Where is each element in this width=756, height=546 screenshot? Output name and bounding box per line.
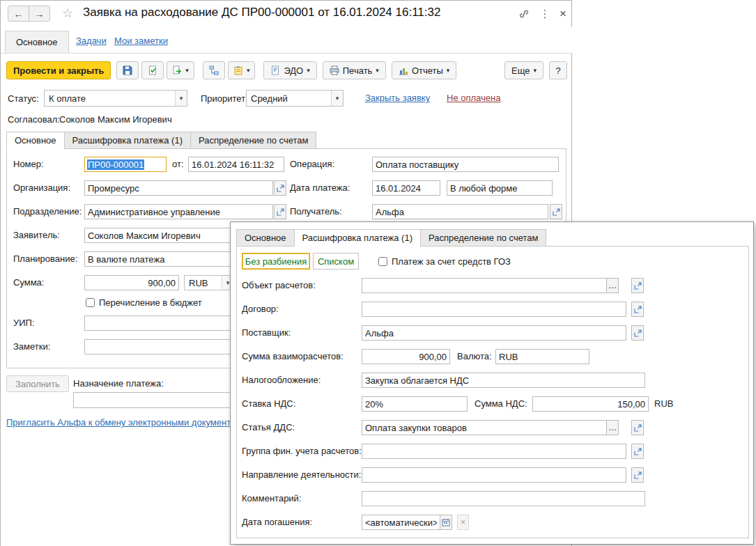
open-icon — [634, 471, 642, 479]
recipient-open-button[interactable] — [550, 204, 562, 219]
attached-files-button[interactable]: ▾ — [228, 61, 256, 79]
detail-tab-main[interactable]: Основное — [236, 229, 295, 247]
forward-button[interactable]: → — [29, 6, 50, 22]
settlement-object-open-button[interactable] — [631, 278, 644, 293]
detail-tabstrip: Основное Расшифровка платежа (1) Распред… — [236, 229, 546, 247]
cashflow-field[interactable] — [362, 420, 607, 435]
payment-details-window: Основное Расшифровка платежа (1) Распред… — [230, 221, 754, 545]
supplier-open-button[interactable] — [631, 325, 644, 341]
nav-link-tasks[interactable]: Задачи — [76, 36, 107, 46]
payment-date-field[interactable] — [372, 180, 440, 196]
detail-tab-payment-details[interactable]: Расшифровка платежа (1) — [294, 229, 421, 247]
more-actions-button[interactable]: Еще ▾ — [504, 61, 543, 79]
chevron-down-icon[interactable]: ▾ — [331, 91, 343, 106]
navigation-row: Основное Задачи Мои заметки — [1, 27, 573, 54]
payment-state-link[interactable]: Не оплачена — [447, 93, 500, 103]
chevron-down-icon: ▾ — [533, 67, 537, 74]
edo-button[interactable]: ЭДО ▾ — [263, 61, 316, 79]
chevron-down-icon[interactable]: ▾ — [175, 91, 187, 106]
post-button[interactable] — [141, 61, 164, 79]
goz-checkbox[interactable] — [378, 257, 387, 266]
contract-field[interactable] — [362, 302, 626, 317]
fin-group-open-button[interactable] — [631, 444, 644, 459]
create-based-on-button[interactable]: ▾ — [167, 61, 194, 79]
save-button[interactable] — [116, 61, 139, 79]
vat-amount-field[interactable] — [532, 396, 649, 412]
amount-label: Сумма: — [13, 275, 44, 290]
no-split-toggle[interactable]: Без разбиения — [242, 253, 310, 270]
recipient-label: Получатель: — [290, 204, 342, 219]
print-label: Печать — [343, 65, 373, 76]
post-document-icon — [148, 65, 157, 75]
copy-link-icon[interactable] — [516, 6, 532, 22]
reports-button[interactable]: Отчеты ▾ — [392, 61, 456, 79]
close-request-link[interactable]: Закрыть заявку — [365, 93, 430, 103]
nav-tab-main[interactable]: Основное — [5, 31, 69, 53]
due-date-calendar-button[interactable] — [440, 515, 452, 530]
contract-open-button[interactable] — [631, 302, 644, 317]
payment-form-field[interactable] — [447, 180, 553, 196]
contract-label: Договор: — [242, 302, 279, 317]
settlement-amount-field[interactable] — [362, 349, 450, 364]
taxation-field[interactable] — [362, 373, 645, 388]
print-button[interactable]: Печать ▾ — [323, 61, 386, 79]
link-icon — [518, 8, 530, 20]
recipient-field[interactable] — [372, 204, 548, 219]
cashflow-choose-button[interactable]: … — [606, 420, 619, 435]
tab-accounts[interactable]: Распределение по счетам — [190, 132, 316, 149]
comment-field[interactable] — [362, 491, 645, 506]
toolbar: Провести и закрыть ▾ — [6, 61, 567, 80]
tab-main[interactable]: Основное — [6, 132, 65, 149]
fin-group-field[interactable] — [362, 444, 626, 459]
document-datetime-field[interactable] — [188, 157, 284, 172]
organization-open-button[interactable] — [274, 180, 286, 196]
due-date-field[interactable] — [362, 515, 440, 530]
edo-invite-link[interactable]: Пригласить Альфа к обмену электронными д… — [6, 417, 231, 428]
settlement-object-field[interactable] — [362, 278, 607, 293]
open-icon — [277, 185, 284, 192]
settlement-object-choose-button[interactable]: … — [606, 278, 619, 293]
activity-field[interactable] — [362, 467, 626, 483]
department-open-button[interactable] — [274, 204, 286, 219]
printer-icon — [330, 65, 339, 75]
post-and-close-button[interactable]: Провести и закрыть — [6, 61, 111, 79]
settlement-object-label: Объект расчетов: — [242, 278, 316, 293]
detail-currency-field[interactable] — [495, 349, 589, 364]
status-combobox[interactable]: К оплате ▾ — [44, 90, 187, 107]
close-icon[interactable]: × — [555, 6, 571, 22]
detail-tab-accounts[interactable]: Распределение по счетам — [420, 229, 546, 247]
budget-transfer-checkbox[interactable] — [86, 298, 95, 307]
more-menu-icon[interactable]: ⋮ — [537, 6, 553, 22]
number-value: ПР00-000001 — [87, 159, 144, 170]
goz-label: Платеж за счет средств ГОЗ — [392, 254, 511, 270]
amount-field[interactable] — [84, 275, 179, 290]
uip-label: УИП: — [13, 315, 35, 331]
organization-field[interactable] — [84, 180, 273, 196]
subordination-structure-button[interactable] — [203, 61, 225, 79]
tab-payment-details[interactable]: Расшифровка платежа (1) — [64, 132, 191, 149]
number-field[interactable]: ПР00-000001 — [84, 157, 167, 172]
payment-date-label: Дата платежа: — [290, 180, 350, 196]
supplier-field[interactable] — [362, 325, 626, 341]
from-label: от: — [172, 157, 184, 172]
nav-link-my-notes[interactable]: Мои заметки — [114, 36, 168, 46]
purpose-label: Назначение платежа: — [73, 376, 164, 391]
settlement-amount-label: Сумма взаиморасчетов: — [242, 349, 344, 364]
back-button[interactable]: ← — [8, 6, 29, 22]
activity-open-button[interactable] — [631, 467, 644, 483]
due-date-clear-button[interactable]: × — [457, 515, 469, 530]
as-list-toggle[interactable]: Списком — [313, 253, 359, 270]
operation-field[interactable] — [372, 157, 559, 172]
chevron-down-icon: ▾ — [376, 67, 379, 74]
priority-combobox[interactable]: Средний ▾ — [246, 90, 344, 107]
currency-combobox[interactable]: RUB ▾ — [184, 275, 234, 290]
applicant-label: Заявитель: — [13, 228, 60, 243]
fill-button[interactable]: Заполнить — [6, 375, 69, 392]
favorite-star-icon[interactable]: ☆ — [62, 6, 73, 20]
vat-rate-field[interactable] — [362, 396, 468, 412]
cashflow-open-button[interactable] — [631, 420, 644, 435]
department-field[interactable] — [84, 204, 273, 219]
save-icon — [123, 65, 132, 75]
chevron-down-icon: ▾ — [185, 67, 189, 74]
help-button[interactable]: ? — [549, 61, 567, 79]
